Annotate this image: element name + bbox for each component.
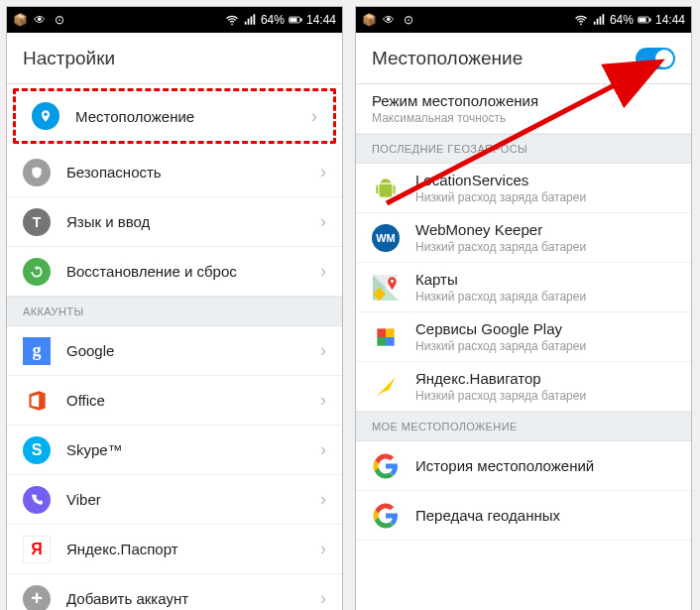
wifi-icon	[225, 13, 239, 27]
row-sublabel: Низкий расход заряда батареи	[415, 339, 586, 353]
account-item-skype[interactable]: S Skype™ ›	[7, 426, 342, 475]
location-pin-icon	[32, 102, 59, 130]
app-row-locationservices[interactable]: LocationServices Низкий расход заряда ба…	[356, 164, 691, 213]
row-label: Карты	[415, 271, 586, 288]
settings-item-backup[interactable]: Восстановление и сброс ›	[7, 247, 342, 297]
google-g-icon	[372, 502, 400, 530]
account-item-yandex[interactable]: Я Яндекс.Паспорт ›	[7, 525, 342, 574]
account-item-office[interactable]: Office ›	[7, 376, 342, 426]
location-mode-row[interactable]: Режим местоположения Максимальная точнос…	[356, 84, 691, 134]
row-label: Сервисы Google Play	[415, 320, 586, 337]
app-row-play-services[interactable]: Сервисы Google Play Низкий расход заряда…	[356, 312, 691, 362]
app-row-maps[interactable]: Карты Низкий расход заряда батареи	[356, 263, 691, 312]
shield-icon	[23, 159, 51, 186]
battery-text: 64%	[261, 13, 285, 27]
chevron-right-icon: ›	[311, 106, 317, 127]
eye-icon: 👁	[382, 13, 396, 27]
google-g-icon	[372, 452, 400, 480]
android-icon	[372, 175, 400, 202]
account-item-viber[interactable]: Viber ›	[7, 475, 342, 525]
row-label: Передача геоданных	[415, 507, 560, 524]
svg-rect-4	[649, 19, 650, 21]
chevron-right-icon: ›	[320, 588, 326, 609]
row-label: Местоположение	[75, 108, 194, 125]
row-label: LocationServices	[415, 172, 586, 188]
yandex-navigator-icon	[372, 373, 400, 401]
row-sublabel: Максимальная точность	[372, 111, 506, 125]
viber-icon	[23, 486, 51, 514]
row-label: Режим местоположения	[372, 92, 538, 109]
add-icon: +	[23, 585, 51, 611]
row-label: Яндекс.Паспорт	[66, 541, 178, 557]
screen-title-text: Местоположение	[372, 48, 523, 69]
svg-rect-1	[300, 19, 301, 21]
row-label: WebMoney Keeper	[415, 221, 586, 238]
screen-title: Местоположение	[356, 33, 691, 84]
chevron-right-icon: ›	[320, 489, 326, 510]
google-icon: g	[23, 337, 51, 365]
signal-icon	[592, 13, 606, 27]
row-label: Google	[66, 342, 114, 359]
chevron-right-icon: ›	[320, 390, 326, 411]
yandex-icon: Я	[23, 536, 51, 563]
play-services-icon	[372, 323, 400, 351]
highlighted-row: Местоположение ›	[13, 88, 336, 144]
chevron-right-icon: ›	[320, 539, 326, 559]
phone-right: 📦 👁 ⊙ 64% 14:44 Местоположение Режим мес…	[355, 6, 692, 610]
chevron-right-icon: ›	[320, 162, 326, 183]
signal-icon	[243, 13, 257, 27]
svg-rect-5	[640, 18, 645, 22]
row-label: Skype™	[66, 441, 123, 458]
battery-text: 64%	[610, 13, 634, 27]
settings-item-location[interactable]: Местоположение ›	[16, 91, 333, 141]
row-sublabel: Низкий расход заряда батареи	[415, 290, 586, 304]
office-icon	[23, 387, 51, 415]
notif-icon: 📦	[362, 13, 376, 27]
status-bar: 📦 👁 ⊙ 64% 14:44	[7, 7, 342, 33]
screen-title: Настройки	[7, 33, 342, 84]
skype-icon: S	[23, 436, 51, 464]
clock-text: 14:44	[655, 13, 685, 27]
row-sublabel: Низкий расход заряда батареи	[415, 240, 586, 254]
battery-icon	[638, 13, 651, 27]
svg-rect-2	[291, 18, 296, 22]
notif-icon-2: ⊙	[402, 13, 415, 27]
row-sublabel: Низкий расход заряда батареи	[415, 190, 586, 204]
language-icon: T	[23, 208, 51, 236]
chevron-right-icon: ›	[320, 261, 326, 282]
notif-icon-2: ⊙	[53, 13, 66, 27]
settings-item-security[interactable]: Безопасность ›	[7, 148, 342, 197]
row-label: Viber	[66, 491, 101, 508]
row-label: Язык и ввод	[66, 213, 150, 230]
row-label: Безопасность	[66, 164, 162, 181]
section-accounts: АККАУНТЫ	[7, 297, 342, 326]
wifi-icon	[574, 13, 588, 27]
chevron-right-icon: ›	[320, 439, 326, 460]
account-item-google[interactable]: g Google ›	[7, 326, 342, 376]
settings-item-language[interactable]: T Язык и ввод ›	[7, 197, 342, 247]
section-recent-requests: ПОСЛЕДНИЕ ГЕОЗАПРОСЫ	[356, 134, 691, 164]
row-label: Добавить аккаунт	[66, 590, 188, 607]
restore-icon	[23, 258, 51, 286]
my-location-history[interactable]: История местоположений	[356, 441, 691, 491]
account-item-add[interactable]: + Добавить аккаунт ›	[7, 574, 342, 610]
app-row-yandex-navigator[interactable]: Яндекс.Навигатор Низкий расход заряда ба…	[356, 362, 691, 412]
status-bar: 📦 👁 ⊙ 64% 14:44	[356, 7, 691, 33]
svg-point-7	[391, 280, 394, 283]
google-maps-icon	[372, 274, 400, 302]
app-row-webmoney[interactable]: WM WebMoney Keeper Низкий расход заряда …	[356, 213, 691, 263]
phone-left: 📦 👁 ⊙ 64% 14:44 Настройки	[6, 6, 343, 610]
row-sublabel: Низкий расход заряда батареи	[415, 389, 586, 403]
my-location-sharing[interactable]: Передача геоданных	[356, 491, 691, 541]
notif-icon: 📦	[13, 13, 27, 27]
row-label: Восстановление и сброс	[66, 263, 237, 280]
section-my-location: МОЕ МЕСТОПОЛОЖЕНИЕ	[356, 412, 691, 441]
screen-title-text: Настройки	[23, 48, 115, 69]
webmoney-icon: WM	[372, 224, 400, 252]
chevron-right-icon: ›	[320, 211, 326, 232]
location-toggle[interactable]	[636, 48, 675, 69]
eye-icon: 👁	[33, 13, 47, 27]
row-label: Office	[66, 392, 105, 409]
row-label: История местоположений	[415, 457, 594, 474]
chevron-right-icon: ›	[320, 340, 326, 361]
